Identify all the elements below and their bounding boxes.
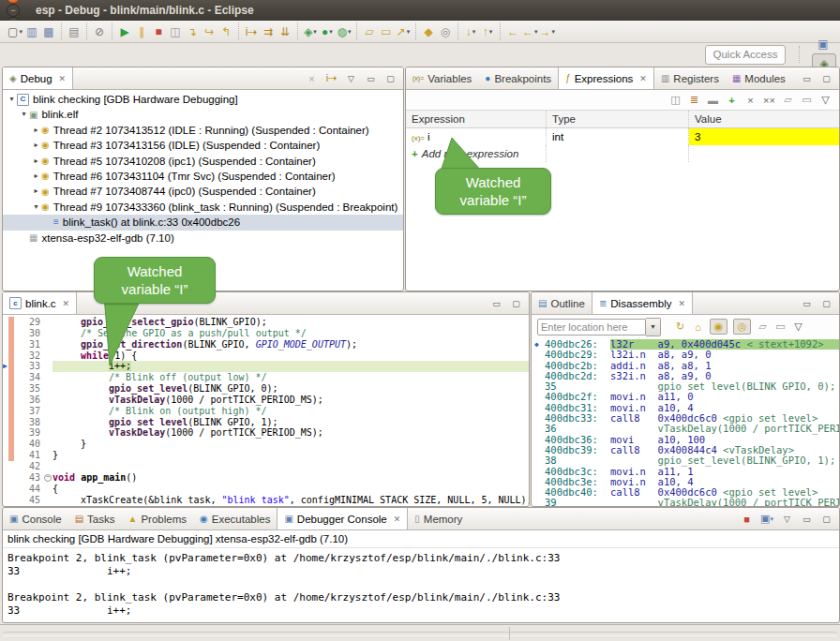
forward-button-dropdown-icon[interactable]: ▾ (552, 28, 556, 36)
disasm-instruction-line[interactable]: 400dbc33:call8 0x400dc6c0 <gpio_set_leve… (534, 413, 839, 424)
external-tools-button[interactable]: ◍▾ (337, 23, 352, 40)
disasm-source-line[interactable]: 36 vTaskDelay(1000 / portTICK_PERI (534, 424, 839, 434)
code-line-41[interactable]: 41} (3, 450, 529, 461)
expression-value-cell[interactable]: 3 (689, 128, 839, 145)
debug-tree-row[interactable]: ▸◉Thread #5 1073410208 (ipc1) (Suspended… (3, 154, 403, 169)
previous-annotation-button[interactable]: ↑▾ (480, 23, 495, 40)
disasm-instruction-line[interactable]: 400dbc39:call8 0x400844c4 <vTaskDelay> (534, 445, 839, 455)
debug-tree-row[interactable]: ▾◉Thread #9 1073433360 (blink_task : Run… (3, 200, 403, 215)
debug-tab-debug[interactable]: ◈Debug✕ (3, 67, 73, 89)
debug-tree-row[interactable]: ▸◉Thread #3 1073413156 (IDLE) (Suspended… (3, 138, 403, 153)
tree-expander-icon[interactable]: ▸ (31, 169, 41, 184)
new-wizard-button-dropdown-icon[interactable]: ▾ (19, 28, 22, 36)
expr-tab-registers[interactable]: ▥Registers (654, 67, 726, 89)
terminate-button[interactable]: ■ (151, 23, 166, 40)
disasm-instruction-line[interactable]: 400dbc29:l32i.n a8, a9, 0 (534, 350, 839, 360)
show-logical-structure-icon[interactable]: ≣ (688, 93, 700, 107)
console-tab-problems[interactable]: ▲Problems (122, 508, 193, 529)
code-line-32[interactable]: 32while(1) { (3, 350, 529, 362)
location-dropdown-icon[interactable]: ▼ (646, 318, 661, 336)
expr-tab-expressions[interactable]: ƒExpressions✕ (558, 67, 654, 89)
disassembly-listing[interactable]: ◆400dbc26:l32r a9, 0x400d045c <_stext+10… (532, 338, 839, 507)
code-line-45[interactable]: 45xTaskCreate(&blink_task, "blink_task",… (3, 495, 529, 506)
code-line-33[interactable]: ▶33i++; (3, 361, 529, 372)
view-menu-icon[interactable]: ▽ (781, 512, 793, 526)
new-view-icon[interactable]: ▱ (782, 93, 794, 107)
step-into-button[interactable]: ↴ (185, 23, 200, 40)
format-brush-button[interactable]: ◆ (421, 23, 436, 40)
code-line-29[interactable]: 29gpio_pad_select_gpio(BLINK_GPIO); (3, 317, 529, 328)
maximize-view-icon[interactable]: ▢ (820, 71, 832, 85)
debug-tree-row[interactable]: ▸◉Thread #2 1073413512 (IDLE : Running) … (3, 123, 403, 138)
remove-expression-icon[interactable]: × (744, 93, 757, 107)
disasm-instruction-line[interactable]: 400dbc2d:s32i.n a8, a9, 0 (534, 371, 839, 381)
terminate-console-icon[interactable]: ■ (741, 512, 753, 526)
new-wizard-button[interactable]: ▢▾ (8, 23, 22, 40)
display-selected-console-icon[interactable]: ▣▾ (760, 512, 773, 526)
new-view-icon[interactable]: ▱ (757, 320, 769, 334)
minimize-window-button[interactable]: − (7, 4, 20, 17)
close-tab-icon[interactable]: ✕ (394, 514, 401, 524)
debug-tree-row[interactable]: ▾▣blink.elf (3, 107, 403, 122)
minimize-view-icon[interactable]: ▭ (801, 512, 813, 526)
tree-expander-icon[interactable]: ▾ (19, 107, 29, 122)
new-project-button[interactable]: ▱ (362, 23, 377, 40)
disasm-tab-outline[interactable]: ▤Outline (532, 292, 592, 314)
coverage-button[interactable]: ◎ (438, 23, 453, 40)
skip-all-breakpoints-button[interactable]: ⊘ (92, 23, 107, 40)
column-header-type[interactable]: Type (547, 111, 689, 127)
step-over-button[interactable]: ↪ (202, 23, 217, 40)
code-editor[interactable]: 29gpio_pad_select_gpio(BLINK_GPIO);30/* … (3, 315, 529, 505)
remove-all-terminated-icon[interactable]: × (306, 71, 318, 85)
home-icon[interactable]: ⌂ (692, 320, 704, 334)
track-expression-icon[interactable]: ◉ (710, 319, 728, 335)
refresh-icon[interactable]: ↻ (674, 320, 686, 334)
save-all-button[interactable]: ▩ (41, 23, 56, 40)
cpp-perspective-button[interactable]: ▣ (812, 35, 834, 53)
maximize-view-icon[interactable]: ▢ (384, 71, 397, 85)
expr-tab-modules[interactable]: ▦Modules (726, 67, 792, 89)
debug-tree-row[interactable]: ▦xtensa-esp32-elf-gdb (7.10) (3, 231, 403, 246)
remove-all-expressions-icon[interactable]: ×× (763, 93, 775, 107)
close-tab-icon[interactable]: ✕ (639, 74, 647, 83)
print-button[interactable]: ▤ (67, 23, 82, 40)
suspend-button[interactable]: ∥ (134, 23, 149, 40)
code-line-43[interactable]: 43−void app_main() (3, 472, 529, 484)
disasm-source-line[interactable]: 38 gpio_set_level(BLINK_GPIO, 1); (534, 455, 839, 466)
collapse-all-icon[interactable]: ▬ (707, 93, 719, 107)
back-button-dropdown-icon[interactable]: ▾ (534, 28, 538, 36)
tree-expander-icon[interactable]: ▸ (31, 184, 41, 199)
console-tab-executables[interactable]: ◉Executables (193, 508, 277, 529)
pin-view-icon[interactable]: ▭ (801, 93, 813, 107)
fold-marker[interactable]: − (43, 472, 52, 484)
external-tools-button-dropdown-icon[interactable]: ▾ (348, 28, 352, 36)
disasm-source-line[interactable]: 39 vTaskDelay(1000 / portTICK_PERI (534, 498, 839, 507)
next-annotation-button-dropdown-icon[interactable]: ▾ (472, 28, 476, 36)
previous-annotation-button-dropdown-icon[interactable]: ▾ (489, 28, 493, 36)
save-button[interactable]: ▥ (24, 23, 39, 40)
editor-tab-blink.c[interactable]: cblink.c✕ (3, 292, 77, 314)
maximize-view-icon[interactable]: ▢ (820, 512, 832, 526)
console-tab-memory[interactable]: ▯Memory (408, 508, 469, 529)
code-line-34[interactable]: 34/* Blink off (output low) */ (3, 372, 529, 383)
tree-expander-icon[interactable]: ▾ (7, 92, 17, 107)
tree-expander-icon[interactable]: ▸ (31, 123, 41, 138)
debug-tree-row[interactable]: ▸◉Thread #7 1073408744 (ipc0) (Suspended… (3, 184, 403, 199)
debug-tree-row[interactable]: ▾Cblink checking [GDB Hardware Debugging… (3, 92, 403, 107)
code-line-37[interactable]: 37/* Blink on (output high) */ (3, 406, 529, 417)
code-line-39[interactable]: 39vTaskDelay(1000 / portTICK_PERIOD_MS); (3, 427, 529, 439)
disasm-instruction-line[interactable]: 400dbc40:call8 0x400dc6c0 <gpio_set_leve… (534, 487, 839, 498)
instruction-stepping-mode-icon[interactable]: i⇢ (325, 71, 338, 85)
close-tab-icon[interactable]: ✕ (63, 299, 70, 308)
view-menu-icon[interactable]: ▽ (819, 93, 832, 107)
minimize-view-icon[interactable]: ▭ (801, 296, 813, 310)
expr-tab-variables[interactable]: (x)=Variables (406, 67, 478, 89)
debug-button[interactable]: ◈▾ (303, 23, 318, 40)
sync-context-icon[interactable]: ◎ (733, 319, 751, 335)
debug-button-dropdown-icon[interactable]: ▾ (313, 28, 317, 36)
add-expression-row[interactable]: +Add new expression (406, 145, 839, 162)
view-menu-icon[interactable]: ▽ (345, 71, 357, 85)
quick-access-button[interactable]: Quick Access (705, 45, 786, 65)
next-annotation-button[interactable]: ↓▾ (463, 23, 478, 40)
column-header-value[interactable]: Value (689, 111, 839, 127)
